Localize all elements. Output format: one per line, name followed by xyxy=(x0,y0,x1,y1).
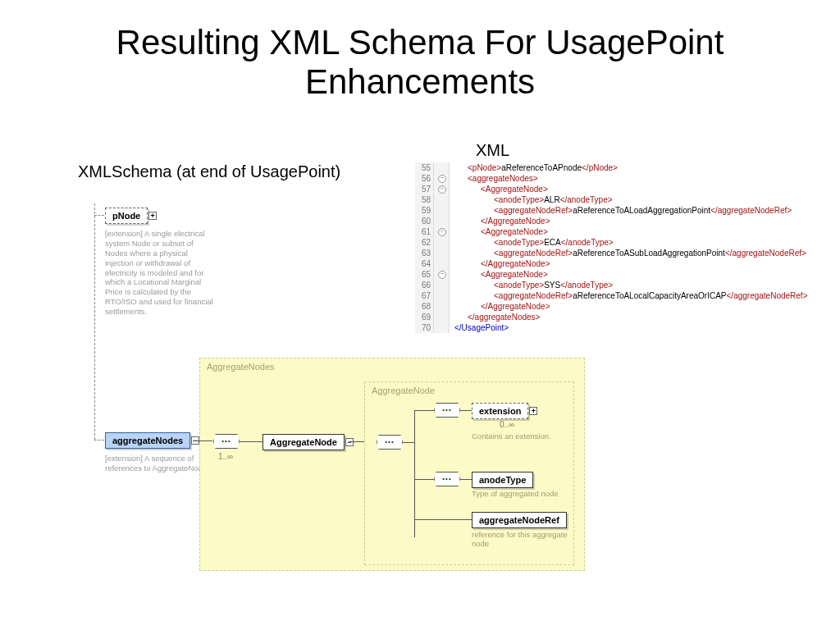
connector-line xyxy=(240,441,262,442)
gutter xyxy=(433,290,450,301)
code-content: <aggregateNodeRef>aReferenceToALoadAggre… xyxy=(450,205,792,216)
xml-line: 69</aggregateNodes> xyxy=(415,312,807,322)
aggregate-node-chip: AggregateNode − xyxy=(262,434,345,450)
xml-line: 62<anodeType>ECA</anodeType> xyxy=(415,237,807,248)
aggregate-nodes-description: [extension] A sequence of references to … xyxy=(105,454,213,473)
gutter xyxy=(433,194,450,205)
xml-line: 68</AggregateNode> xyxy=(415,301,807,312)
code-content: </AggregateNode> xyxy=(450,301,550,312)
xml-line: 63<aggregateNodeRef>aReferenceToASubLoad… xyxy=(415,248,807,258)
anode-type-label: anodeType xyxy=(479,475,526,485)
gutter xyxy=(433,312,450,322)
line-number: 69 xyxy=(415,312,433,322)
expand-icon: + xyxy=(529,407,537,415)
code-content: </AggregateNode> xyxy=(450,216,550,226)
connector-line xyxy=(460,479,472,480)
connector-line xyxy=(349,441,364,442)
code-content: <aggregateNodes> xyxy=(450,173,538,184)
extension-label: extension xyxy=(479,406,521,416)
code-content: <anodeType>SYS</anodeType> xyxy=(450,280,613,290)
connector-line xyxy=(414,410,434,411)
gutter xyxy=(433,280,450,290)
anode-type-chip: anodeType xyxy=(472,472,533,488)
inner-container-label: AggregateNode xyxy=(365,382,573,395)
line-number: 70 xyxy=(415,322,433,333)
expand-icon: + xyxy=(148,212,157,220)
extension-chip: extension + xyxy=(472,403,528,419)
line-number: 56 xyxy=(415,173,433,184)
xml-line: 57<AggregateNode> xyxy=(415,184,807,194)
tree-vertical-connector xyxy=(94,203,95,440)
aggregate-nodes-container: AggregateNodes 1..∞ AggregateNode − Aggr… xyxy=(199,358,585,571)
line-number: 67 xyxy=(415,290,433,301)
fold-icon xyxy=(433,184,450,194)
outer-container-label: AggregateNodes xyxy=(200,358,584,372)
xml-line: 60</AggregateNode> xyxy=(415,216,807,226)
aggregate-node-ref-description: reference for this aggregate node xyxy=(472,530,578,548)
code-content: <AggregateNode> xyxy=(450,226,548,237)
xml-line: 61<AggregateNode> xyxy=(415,226,807,237)
sequence-connector-icon xyxy=(377,435,403,450)
xml-line: 59<aggregateNodeRef>aReferenceToALoadAgg… xyxy=(415,205,807,216)
line-number: 62 xyxy=(415,237,433,248)
connector-line xyxy=(403,442,414,443)
code-content: <aggregateNodeRef>aReferenceToALocalCapa… xyxy=(450,290,807,301)
xml-line: 58<anodeType>ALR</anodeType> xyxy=(415,194,807,205)
code-content: <AggregateNode> xyxy=(450,269,548,280)
anode-type-description: Type of aggregated node xyxy=(472,489,578,498)
xml-line: 70</UsagePoint> xyxy=(415,322,807,333)
gutter xyxy=(433,301,450,312)
code-content: <anodeType>ALR</anodeType> xyxy=(450,194,613,205)
code-content: <AggregateNode> xyxy=(450,184,548,194)
slide-title: Resulting XML Schema For UsagePoint Enha… xyxy=(0,0,840,111)
code-content: </AggregateNode> xyxy=(450,258,550,269)
aggregate-node-label: AggregateNode xyxy=(270,437,337,447)
xml-line: 64</AggregateNode> xyxy=(415,258,807,269)
line-number: 57 xyxy=(415,184,433,194)
line-number: 68 xyxy=(415,301,433,312)
line-number: 60 xyxy=(415,216,433,226)
fold-icon xyxy=(433,269,450,280)
aggregate-node-ref-chip: aggregateNodeRef xyxy=(472,512,567,528)
line-number: 63 xyxy=(415,248,433,258)
pnode-chip: pNode + xyxy=(105,208,148,224)
gutter xyxy=(433,248,450,258)
code-content: <pNode>aReferenceToAPnode</pNode> xyxy=(450,162,618,173)
xml-line: 66<anodeType>SYS</anodeType> xyxy=(415,280,807,290)
gutter xyxy=(433,237,450,248)
line-number: 65 xyxy=(415,269,433,280)
xml-line: 65<AggregateNode> xyxy=(415,269,807,280)
line-number: 66 xyxy=(415,280,433,290)
code-content: <aggregateNodeRef>aReferenceToASubLoadAg… xyxy=(450,248,806,258)
aggregate-node-ref-label: aggregateNodeRef xyxy=(479,515,559,525)
xml-line: 55<pNode>aReferenceToAPnode</pNode> xyxy=(415,162,807,173)
connector-line xyxy=(460,410,472,411)
line-number: 55 xyxy=(415,162,433,173)
connector-line xyxy=(414,519,472,520)
fold-icon xyxy=(433,226,450,237)
xml-line: 56<aggregateNodes> xyxy=(415,173,807,184)
line-number: 64 xyxy=(415,258,433,269)
aggregate-nodes-chip: aggregateNodes − xyxy=(105,432,190,449)
multiplicity-label: 0..∞ xyxy=(500,420,514,429)
xml-code-block: 55<pNode>aReferenceToAPnode</pNode>56<ag… xyxy=(415,162,807,333)
tree-connector xyxy=(94,440,104,441)
code-content: </aggregateNodes> xyxy=(450,312,540,322)
sequence-connector-icon xyxy=(213,434,240,449)
connector-line xyxy=(414,410,415,537)
gutter xyxy=(433,205,450,216)
connector-line xyxy=(193,441,212,441)
line-number: 58 xyxy=(415,194,433,205)
extension-description: Contains an extension. xyxy=(472,431,578,441)
pnode-description: [extension] A single electrical system N… xyxy=(105,229,213,317)
xml-subtitle: XML xyxy=(476,141,509,160)
multiplicity-label: 1..∞ xyxy=(218,452,233,461)
sequence-connector-icon xyxy=(434,472,460,486)
xml-line: 67<aggregateNodeRef>aReferenceToALocalCa… xyxy=(415,290,807,301)
line-number: 61 xyxy=(415,226,433,237)
tree-connector xyxy=(94,215,104,216)
pnode-label: pNode xyxy=(112,211,140,221)
gutter xyxy=(433,322,450,333)
aggregate-nodes-label: aggregateNodes xyxy=(112,436,183,445)
code-content: <anodeType>ECA</anodeType> xyxy=(450,237,614,248)
